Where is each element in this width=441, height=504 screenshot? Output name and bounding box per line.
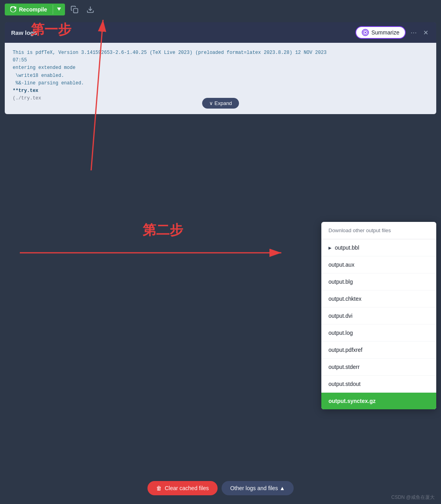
copy-button[interactable] (68, 3, 81, 16)
close-button[interactable]: ✕ (422, 27, 430, 38)
watermark: CSDN @咸鱼在厦大 (391, 494, 435, 501)
recompile-icon (10, 6, 17, 13)
dropdown-item-aux[interactable]: output.aux (321, 256, 436, 273)
log-line-3: entering extended mode (13, 64, 428, 72)
download-button[interactable] (84, 3, 97, 16)
dropdown-item-bbl[interactable]: output.bbl (321, 239, 436, 256)
item-label: output.stdout (328, 381, 361, 387)
dropdown-item-blg[interactable]: output.blg (321, 273, 436, 290)
download-icon (86, 6, 94, 13)
svg-rect-1 (73, 9, 78, 13)
close-icon: ✕ (423, 29, 428, 36)
more-options-button[interactable]: ⋯ (409, 27, 418, 38)
raw-logs-header: Raw logs Summarize ⋯ ✕ (5, 22, 436, 43)
other-logs-button[interactable]: Other logs and files ▲ (221, 481, 294, 495)
dropdown-item-stdout[interactable]: output.stdout (321, 376, 436, 393)
svg-point-4 (365, 32, 366, 33)
item-label: output.dvi (328, 313, 353, 319)
summarize-label: Summarize (371, 29, 399, 36)
clear-cache-button[interactable]: 🗑 Clear cached files (147, 481, 218, 495)
summarize-button[interactable]: Summarize (355, 26, 406, 39)
step2-annotation: 第二步 (143, 221, 183, 239)
expand-label: ∨ Expand (209, 100, 232, 106)
svg-marker-0 (57, 8, 61, 11)
log-line-6: **try.tex (13, 87, 428, 95)
dropdown-item-dvi[interactable]: output.dvi (321, 307, 436, 325)
bottom-bar: 🗑 Clear cached files Other logs and file… (147, 481, 294, 495)
summarize-icon (362, 29, 369, 36)
log-line-1: This is pdfTeX, Version 3.141592653-2.6-… (13, 49, 428, 57)
clear-cache-label: Clear cached files (165, 485, 209, 491)
dropdown-menu: Download other output files output.bbl o… (321, 222, 436, 409)
recompile-button[interactable]: Recompile (5, 4, 65, 15)
toolbar: Recompile (0, 0, 441, 19)
item-label: output.aux (328, 262, 354, 268)
dropdown-item-stderr[interactable]: output.stderr (321, 359, 436, 376)
dropdown-item-chktex[interactable]: output.chktex (321, 290, 436, 307)
item-label: output.synctex.gz (328, 398, 376, 404)
arrow2-svg (16, 241, 293, 265)
expand-button[interactable]: ∨ Expand (202, 98, 239, 109)
raw-logs-panel: Raw logs Summarize ⋯ ✕ This is pdfTeX, V… (5, 22, 436, 114)
trash-icon: 🗑 (156, 485, 162, 491)
item-label: output.stderr (328, 364, 360, 370)
item-label: output.log (328, 330, 353, 336)
dropdown-arrow-icon (57, 8, 61, 11)
other-logs-label: Other logs and files ▲ (230, 485, 285, 491)
dropdown-item-log[interactable]: output.log (321, 325, 436, 342)
item-label: output.chktex (328, 296, 361, 302)
recompile-dropdown-arrow[interactable] (53, 5, 65, 14)
log-line-2: 07:55 (13, 57, 428, 64)
item-label: output.pdfxref (328, 347, 363, 353)
log-line-5: %&-line parsing enabled. (13, 80, 428, 87)
log-line-4: \write18 enabled. (13, 72, 428, 80)
raw-logs-content: This is pdfTeX, Version 3.141592653-2.6-… (5, 43, 436, 114)
dropdown-item-pdfxref[interactable]: output.pdfxref (321, 342, 436, 359)
dropdown-item-synctex[interactable]: output.synctex.gz (321, 393, 436, 409)
raw-logs-actions: Summarize ⋯ ✕ (355, 26, 430, 39)
raw-logs-title: Raw logs (11, 29, 37, 36)
dropdown-header: Download other output files (321, 222, 436, 239)
more-options-icon: ⋯ (410, 29, 417, 36)
copy-icon (71, 6, 78, 13)
step2-label: 第二步 (143, 222, 183, 237)
item-label: output.blg (328, 279, 353, 285)
item-label: output.bbl (335, 244, 359, 251)
recompile-label: Recompile (19, 6, 47, 13)
